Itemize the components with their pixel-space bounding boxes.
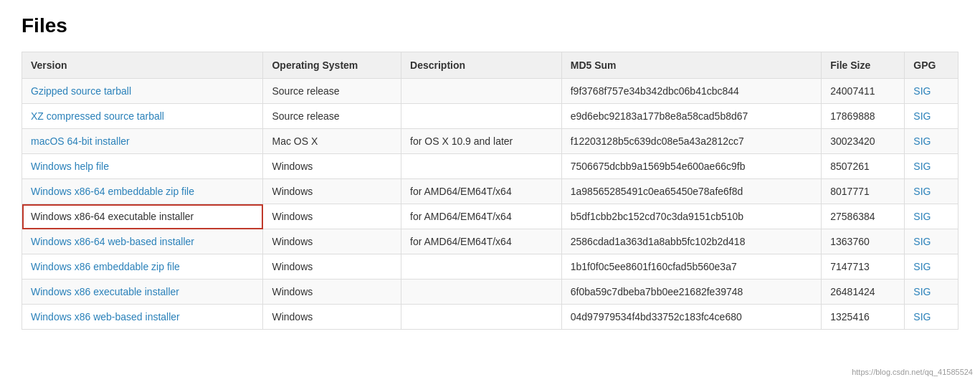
version-cell[interactable]: Windows x86 executable installer: [22, 280, 263, 305]
gpg-cell[interactable]: SIG: [905, 179, 958, 204]
os-cell: Mac OS X: [263, 129, 401, 154]
sig-link[interactable]: SIG: [913, 286, 931, 297]
filesize-cell: 8507261: [822, 154, 905, 179]
files-table: Version Operating System Description MD5…: [22, 52, 958, 330]
version-cell: Windows x86-64 executable installer: [22, 204, 263, 229]
version-link[interactable]: macOS 64-bit installer: [31, 135, 130, 147]
filesize-cell: 7147713: [822, 254, 905, 280]
os-cell: Windows: [263, 154, 401, 179]
table-row: Windows x86 web-based installerWindows04…: [22, 305, 958, 330]
gpg-cell[interactable]: SIG: [905, 229, 958, 254]
os-cell: Windows: [263, 254, 401, 280]
version-cell[interactable]: Gzipped source tarball: [22, 79, 263, 104]
table-row: XZ compressed source tarballSource relea…: [22, 104, 958, 129]
gpg-cell[interactable]: SIG: [905, 79, 958, 104]
md5-cell: f12203128b5c639dc08e5a43a2812cc7: [561, 129, 822, 154]
col-header-description: Description: [401, 52, 562, 79]
col-header-gpg: GPG: [905, 52, 958, 79]
filesize-cell: 8017771: [822, 179, 905, 204]
version-cell[interactable]: XZ compressed source tarball: [22, 104, 263, 129]
table-row: Windows x86 executable installerWindows6…: [22, 280, 958, 305]
sig-link[interactable]: SIG: [913, 135, 931, 147]
description-cell: for AMD64/EM64T/x64: [401, 179, 562, 204]
os-cell: Source release: [263, 104, 401, 129]
table-row: Windows x86-64 executable installerWindo…: [22, 204, 958, 229]
os-cell: Windows: [263, 204, 401, 229]
table-header-row: Version Operating System Description MD5…: [22, 52, 958, 79]
table-row: Windows x86 embeddable zip fileWindows1b…: [22, 254, 958, 280]
version-link[interactable]: Windows x86 web-based installer: [31, 311, 180, 323]
gpg-cell[interactable]: SIG: [905, 254, 958, 280]
os-cell: Windows: [263, 229, 401, 254]
md5-cell: 6f0ba59c7dbeba7bb0ee21682fe39748: [561, 280, 822, 305]
gpg-cell[interactable]: SIG: [905, 305, 958, 330]
os-cell: Windows: [263, 280, 401, 305]
version-label: Windows x86-64 executable installer: [31, 211, 194, 222]
filesize-cell: 27586384: [822, 204, 905, 229]
version-link[interactable]: Windows x86 embeddable zip file: [31, 261, 180, 272]
sig-link[interactable]: SIG: [913, 85, 931, 97]
table-row: Windows x86-64 embeddable zip fileWindow…: [22, 179, 958, 204]
description-cell: for OS X 10.9 and later: [401, 129, 562, 154]
filesize-cell: 26481424: [822, 280, 905, 305]
col-header-md5: MD5 Sum: [561, 52, 822, 79]
md5-cell: 1b1f0f0c5ee8601f160cfad5b560e3a7: [561, 254, 822, 280]
version-cell[interactable]: Windows help file: [22, 154, 263, 179]
version-cell[interactable]: Windows x86-64 embeddable zip file: [22, 179, 263, 204]
description-cell: [401, 154, 562, 179]
col-header-os: Operating System: [263, 52, 401, 79]
os-cell: Windows: [263, 305, 401, 330]
description-cell: [401, 305, 562, 330]
md5-cell: e9d6ebc92183a177b8e8a58cad5b8d67: [561, 104, 822, 129]
table-row: Windows help fileWindows7506675dcbb9a156…: [22, 154, 958, 179]
os-cell: Source release: [263, 79, 401, 104]
sig-link[interactable]: SIG: [913, 186, 931, 197]
description-cell: [401, 79, 562, 104]
sig-link[interactable]: SIG: [913, 161, 931, 172]
table-row: macOS 64-bit installerMac OS Xfor OS X 1…: [22, 129, 958, 154]
table-row: Gzipped source tarballSource releasef9f3…: [22, 79, 958, 104]
sig-link[interactable]: SIG: [913, 236, 931, 247]
gpg-cell[interactable]: SIG: [905, 129, 958, 154]
md5-cell: b5df1cbb2bc152cd70c3da9151cb510b: [561, 204, 822, 229]
table-row: Windows x86-64 web-based installerWindow…: [22, 229, 958, 254]
md5-cell: f9f3768f757e34b342dbc06b41cbc844: [561, 79, 822, 104]
filesize-cell: 30023420: [822, 129, 905, 154]
gpg-cell[interactable]: SIG: [905, 280, 958, 305]
version-cell[interactable]: macOS 64-bit installer: [22, 129, 263, 154]
filesize-cell: 24007411: [822, 79, 905, 104]
description-cell: [401, 280, 562, 305]
os-cell: Windows: [263, 179, 401, 204]
description-cell: [401, 254, 562, 280]
description-cell: for AMD64/EM64T/x64: [401, 229, 562, 254]
version-cell[interactable]: Windows x86-64 web-based installer: [22, 229, 263, 254]
version-link[interactable]: Windows x86 executable installer: [31, 286, 179, 297]
sig-link[interactable]: SIG: [913, 261, 931, 272]
gpg-cell[interactable]: SIG: [905, 104, 958, 129]
page-title: Files: [22, 14, 958, 37]
gpg-cell[interactable]: SIG: [905, 204, 958, 229]
filesize-cell: 1325416: [822, 305, 905, 330]
gpg-cell[interactable]: SIG: [905, 154, 958, 179]
version-link[interactable]: Windows help file: [31, 161, 109, 172]
md5-cell: 04d97979534f4bd33752c183fc4ce680: [561, 305, 822, 330]
version-cell[interactable]: Windows x86 web-based installer: [22, 305, 263, 330]
description-cell: for AMD64/EM64T/x64: [401, 204, 562, 229]
col-header-version: Version: [22, 52, 263, 79]
md5-cell: 7506675dcbb9a1569b54e600ae66c9fb: [561, 154, 822, 179]
version-cell[interactable]: Windows x86 embeddable zip file: [22, 254, 263, 280]
sig-link[interactable]: SIG: [913, 110, 931, 122]
version-link[interactable]: Windows x86-64 web-based installer: [31, 236, 194, 247]
md5-cell: 1a98565285491c0ea65450e78afe6f8d: [561, 179, 822, 204]
filesize-cell: 17869888: [822, 104, 905, 129]
description-cell: [401, 104, 562, 129]
filesize-cell: 1363760: [822, 229, 905, 254]
version-link[interactable]: XZ compressed source tarball: [31, 110, 164, 122]
col-header-filesize: File Size: [822, 52, 905, 79]
md5-cell: 2586cdad1a363d1a8abb5fc102b2d418: [561, 229, 822, 254]
sig-link[interactable]: SIG: [913, 311, 931, 323]
sig-link[interactable]: SIG: [913, 211, 931, 222]
version-link[interactable]: Windows x86-64 embeddable zip file: [31, 186, 194, 197]
version-link[interactable]: Gzipped source tarball: [31, 85, 131, 97]
